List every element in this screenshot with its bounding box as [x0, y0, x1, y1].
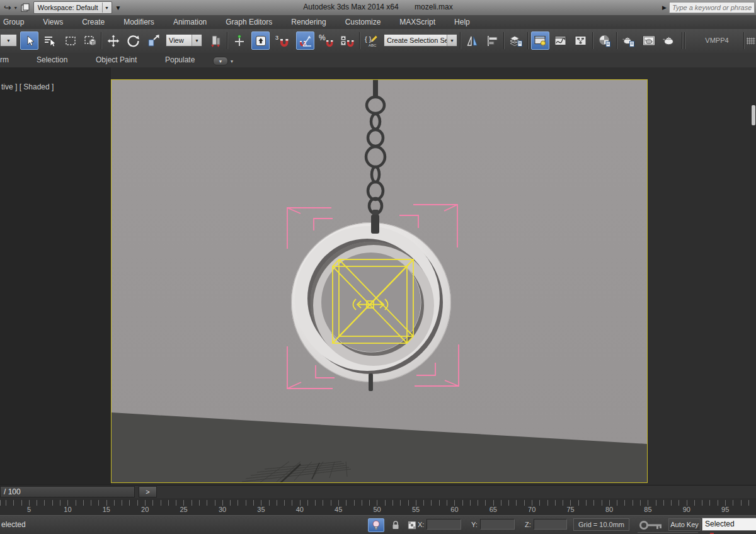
file-name: mozeli.max [415, 3, 453, 11]
3ds-max-window: ↪ ▾ Workspace: Default ▼ ▼ Autodesk 3ds … [0, 0, 756, 534]
material-editor-button[interactable] [595, 31, 614, 50]
named-selection-set-dropdown[interactable]: Create Selection Se ▼ [384, 34, 457, 47]
spinner-snap-icon [340, 33, 356, 48]
x-coordinate-label: X: [418, 521, 424, 528]
named-selection-sets-icon: { } ABC [364, 33, 379, 48]
ruler-label: 50 [373, 506, 381, 513]
rectangular-selection-region-button[interactable] [61, 31, 79, 50]
reference-coordinate-system-dropdown[interactable]: View ▼ [166, 34, 202, 47]
ribbon-minimize-arrow-icon[interactable]: ▾ [231, 59, 233, 64]
viewport-scene [112, 80, 647, 482]
x-coordinate-field[interactable] [427, 519, 461, 530]
window-title: Autodesk 3ds Max 2014 x64 mozeli.max [0, 3, 756, 11]
select-by-name-button[interactable] [40, 31, 59, 50]
search-input[interactable] [669, 2, 755, 13]
menu-views[interactable]: Views [33, 15, 72, 29]
timeline-ruler[interactable]: 5101520253035404550556065707580859095 [0, 498, 756, 516]
toolbar-grid-button[interactable] [747, 31, 756, 50]
select-and-manipulate-button[interactable] [230, 31, 248, 50]
use-pivot-point-center-button[interactable] [206, 31, 224, 50]
app-title: Autodesk 3ds Max 2014 x64 [303, 3, 398, 11]
status-bar: elected X: Y: Z: [0, 515, 756, 534]
schematic-view-icon [573, 33, 588, 48]
y-coordinate-field[interactable] [480, 519, 515, 530]
menu-create[interactable]: Create [72, 15, 114, 29]
toolbar-divider [101, 32, 101, 49]
select-and-scale-button[interactable] [144, 31, 163, 50]
spinner-snap-toggle-button[interactable] [338, 31, 357, 50]
keyboard-key-icon [254, 34, 268, 48]
svg-text:{ }: { } [365, 35, 372, 43]
render-production-button[interactable] [660, 31, 678, 50]
toolbar-divider [592, 32, 593, 49]
render-setup-button[interactable] [619, 31, 638, 50]
dashed-rectangle-icon [64, 34, 77, 48]
menu-graph-editors[interactable]: Graph Editors [216, 15, 282, 29]
graphite-modeling-tools-button[interactable] [531, 31, 549, 50]
ruler-label: 40 [296, 506, 304, 513]
right-scrollbar-thumb[interactable] [752, 105, 755, 125]
percent-snap-toggle-button[interactable]: % [318, 31, 336, 50]
perspective-viewport[interactable] [111, 79, 648, 483]
ribbon-minimize-button[interactable]: ▼ [213, 57, 228, 65]
menu-customize[interactable]: Customize [336, 15, 391, 29]
align-button[interactable] [483, 31, 501, 50]
rotate-icon [126, 33, 141, 48]
tab-freeform[interactable]: rm [0, 55, 9, 64]
infocenter-collapse-icon[interactable]: ▶ [662, 4, 667, 11]
chevron-down-icon: ▼ [447, 35, 457, 46]
rendered-frame-window-button[interactable] [639, 31, 658, 50]
schematic-view-button[interactable] [571, 31, 590, 50]
ruler-label: 20 [141, 506, 149, 513]
viewport-label[interactable]: tive ] [ Shaded ] [1, 82, 54, 91]
tab-selection[interactable]: Selection [37, 55, 67, 64]
time-slider[interactable]: / 100 [0, 486, 135, 497]
chevron-down-icon: ▼ [192, 35, 202, 46]
manage-layers-button[interactable] [507, 31, 525, 50]
ruler-label: 30 [219, 506, 226, 513]
3d-snap-magnet-icon: 3 [275, 33, 291, 48]
select-and-move-button[interactable] [104, 31, 122, 50]
scale-icon [146, 33, 161, 48]
manipulate-icon [232, 34, 246, 48]
menu-modifiers[interactable]: Modifiers [114, 15, 164, 29]
select-object-button[interactable] [20, 31, 38, 50]
auto-key-button[interactable]: Auto Key [668, 518, 701, 531]
move-icon [106, 33, 121, 48]
toolbar-flyout-dropdown[interactable]: ▼ [0, 34, 17, 47]
toolbar-divider [682, 32, 682, 49]
menu-group[interactable]: Group [0, 15, 33, 29]
key-filter-dropdown[interactable]: Selected [702, 518, 756, 531]
selection-set-value: Create Selection Se [384, 37, 447, 44]
snap-toggle-3d-button[interactable]: 3 [273, 31, 292, 50]
edit-named-selection-sets-button[interactable]: { } ABC [362, 31, 381, 50]
selection-lock-toggle[interactable] [387, 518, 404, 532]
next-frame-button[interactable]: > [139, 486, 157, 497]
menu-rendering[interactable]: Rendering [282, 15, 335, 29]
ribbon-toggle-icon [533, 33, 548, 48]
select-and-rotate-button[interactable] [124, 31, 142, 50]
menu-animation[interactable]: Animation [164, 15, 216, 29]
keyboard-shortcut-override-button[interactable] [251, 31, 270, 50]
tab-object-paint[interactable]: Object Paint [96, 55, 137, 64]
window-crossing-toggle-button[interactable] [81, 31, 99, 50]
cursor-icon [23, 34, 37, 48]
angle-snap-icon [298, 33, 313, 48]
left-viewport-strip: tive ] [ Shaded ] [0, 67, 111, 485]
menu-maxscript[interactable]: MAXScript [390, 15, 445, 29]
snap-mode-label: 3 [275, 35, 278, 41]
chain-bottom-sliver [369, 373, 373, 391]
z-coordinate-field[interactable] [534, 519, 567, 530]
percent-snap-icon: % [319, 33, 335, 48]
set-key-button[interactable] [638, 518, 665, 532]
isolate-selection-button[interactable] [368, 518, 384, 532]
ruler-label: 10 [64, 506, 71, 513]
menu-help[interactable]: Help [445, 15, 479, 29]
main-toolbar: ▼ [0, 29, 756, 54]
mirror-button[interactable] [463, 31, 481, 50]
tab-populate[interactable]: Populate [165, 55, 195, 64]
layers-icon [508, 33, 524, 48]
angle-snap-toggle-button[interactable] [296, 31, 314, 50]
track-bar: / 100 > [0, 485, 756, 499]
curve-editor-button[interactable] [551, 31, 570, 50]
